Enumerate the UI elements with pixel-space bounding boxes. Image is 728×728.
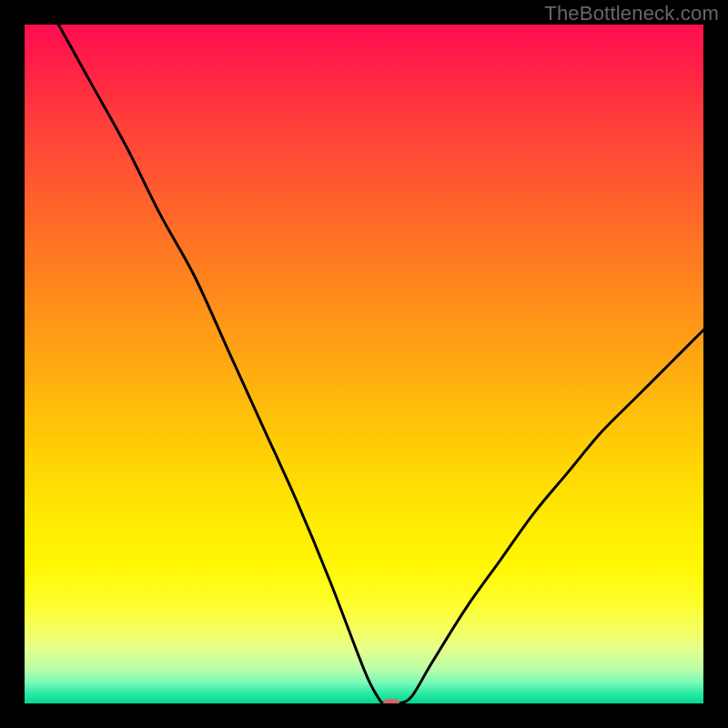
curve-path (58, 25, 703, 703)
watermark-text: TheBottleneck.com (544, 2, 719, 25)
minimum-marker (383, 699, 399, 703)
plot-area (25, 25, 703, 703)
bottleneck-curve (25, 25, 703, 703)
chart-frame: TheBottleneck.com (0, 0, 728, 728)
